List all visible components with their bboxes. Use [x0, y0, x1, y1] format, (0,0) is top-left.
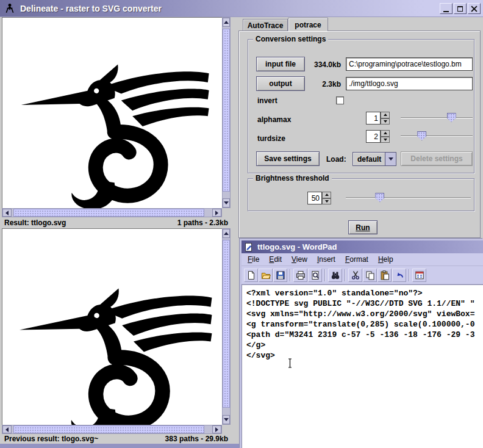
alphamax-slider[interactable]	[401, 112, 473, 123]
maximize-button[interactable]	[454, 3, 467, 14]
brightness-down-button[interactable]	[322, 198, 331, 205]
alphamax-up-button[interactable]	[381, 112, 390, 118]
combo-dropdown-button[interactable]	[385, 153, 396, 165]
tab-autotrace[interactable]: AutoTrace	[243, 19, 288, 31]
menu-help[interactable]: Help	[373, 253, 398, 266]
undo-button[interactable]	[392, 269, 406, 282]
slider-track[interactable]	[401, 117, 473, 118]
menu-edit[interactable]: Edit	[264, 253, 287, 266]
menu-file[interactable]: File	[243, 253, 264, 266]
spinner-up-icon	[384, 132, 387, 134]
previous-vertical-scrollbar[interactable]	[222, 228, 231, 425]
tab-potrace[interactable]: potrace	[288, 18, 328, 31]
scroll-left-button[interactable]	[2, 425, 12, 433]
scrollbar-track[interactable]	[223, 27, 230, 198]
scrollbar-thumb[interactable]	[13, 425, 204, 433]
scrollbar-track[interactable]	[12, 425, 212, 433]
alphamax-down-button[interactable]	[381, 118, 390, 125]
date-time-button[interactable]	[412, 269, 426, 282]
scroll-down-button[interactable]	[223, 198, 230, 208]
previous-horizontal-scrollbar[interactable]	[2, 425, 222, 434]
delete-settings-button[interactable]: Delete settings	[401, 151, 473, 166]
cut-button[interactable]	[348, 269, 362, 282]
alphamax-value[interactable]: 1	[366, 112, 381, 125]
brightness-spinner[interactable]: 50	[307, 192, 331, 204]
close-button[interactable]	[468, 3, 481, 14]
minimize-button[interactable]	[440, 3, 453, 14]
arrow-right-icon	[215, 211, 218, 215]
previous-paths-size-text: 383 paths - 29.9kb	[165, 435, 228, 443]
main-window-titlebar[interactable]: Delineate - raster to SVG converter	[0, 0, 483, 17]
scroll-right-button[interactable]	[212, 425, 221, 433]
spinner-down-icon	[384, 139, 387, 141]
scrollbar-thumb[interactable]	[223, 29, 230, 192]
run-button[interactable]: Run	[348, 220, 377, 234]
wordpad-toolbar	[242, 267, 483, 284]
paste-icon	[380, 270, 390, 280]
arrow-right-icon	[215, 427, 218, 432]
wordpad-document-area[interactable]: <?xml version="1.0" standalone="no"?> <!…	[242, 284, 483, 448]
slider-thumb[interactable]	[447, 113, 456, 122]
scroll-right-button[interactable]	[212, 209, 221, 217]
scroll-up-button[interactable]	[223, 18, 230, 27]
invert-checkbox[interactable]	[336, 96, 344, 104]
save-button[interactable]	[273, 269, 287, 282]
print-preview-button[interactable]	[308, 269, 322, 282]
turdsize-spinner[interactable]: 2	[366, 130, 390, 143]
slider-thumb[interactable]	[375, 193, 384, 202]
new-document-icon	[246, 270, 256, 280]
document-line: <!DOCTYPE svg PUBLIC "-//W3C//DTD SVG 1.…	[246, 298, 483, 309]
brightness-up-button[interactable]	[322, 192, 331, 198]
scroll-left-button[interactable]	[2, 209, 12, 217]
find-button[interactable]	[328, 269, 342, 282]
save-disk-icon	[276, 270, 285, 280]
turdsize-slider[interactable]	[401, 131, 473, 141]
turdsize-value[interactable]: 2	[366, 130, 381, 143]
wordpad-app-icon	[244, 242, 254, 252]
input-file-size: 334.0kb	[303, 60, 341, 69]
scrollbar-thumb[interactable]	[223, 240, 230, 408]
menu-format[interactable]: Format	[340, 253, 373, 266]
turdsize-down-button[interactable]	[381, 137, 390, 143]
save-settings-button[interactable]: Save settings	[256, 151, 320, 166]
turdsize-up-button[interactable]	[381, 130, 390, 137]
menu-insert[interactable]: Insert	[312, 253, 340, 266]
scroll-down-button[interactable]	[223, 415, 230, 424]
output-path-field[interactable]	[346, 77, 473, 90]
result-vertical-scrollbar[interactable]	[222, 17, 231, 208]
brightness-threshold-group: Brightness threshold 50	[248, 178, 474, 211]
alphamax-spinner[interactable]: 1	[366, 112, 390, 125]
brightness-slider[interactable]	[346, 192, 471, 203]
paste-button[interactable]	[377, 269, 392, 282]
slider-thumb[interactable]	[417, 131, 426, 140]
toolbar-separator	[345, 269, 346, 281]
wordpad-window-title: ttlogo.svg - WordPad	[257, 242, 337, 251]
result-horizontal-scrollbar[interactable]	[2, 208, 222, 217]
brightness-value[interactable]: 50	[307, 192, 322, 204]
tab-label: potrace	[295, 21, 321, 29]
wordpad-titlebar[interactable]: ttlogo.svg - WordPad	[242, 240, 483, 253]
insert-date-time-icon	[415, 270, 424, 280]
new-document-button[interactable]	[244, 269, 258, 282]
load-settings-combo[interactable]: default	[352, 152, 396, 166]
slider-track[interactable]	[401, 135, 473, 136]
input-path-field[interactable]	[346, 57, 473, 71]
scroll-up-button[interactable]	[223, 229, 230, 238]
print-button[interactable]	[293, 269, 307, 282]
scrollbar-track[interactable]	[223, 238, 230, 415]
copy-button[interactable]	[363, 269, 377, 282]
input-file-button[interactable]: input file	[256, 57, 305, 71]
document-line: <path d="M3241 2319 c-57 -5 -136 -18 -17…	[246, 330, 483, 340]
output-file-button[interactable]: output	[256, 76, 305, 91]
spinner-up-icon	[325, 193, 329, 196]
scrollbar-thumb[interactable]	[13, 209, 204, 217]
slider-track[interactable]	[346, 197, 471, 198]
conversion-settings-group: Conversion settings input file 334.0kb o…	[248, 39, 474, 173]
menu-view[interactable]: View	[287, 253, 312, 266]
scrollbar-track[interactable]	[12, 209, 212, 217]
undo-icon	[395, 270, 404, 280]
toolbar-separator	[409, 269, 410, 281]
open-button[interactable]	[259, 269, 273, 282]
result-paths-size-text: 1 paths - 2.3kb	[177, 219, 228, 227]
toolbar-separator	[290, 269, 291, 281]
